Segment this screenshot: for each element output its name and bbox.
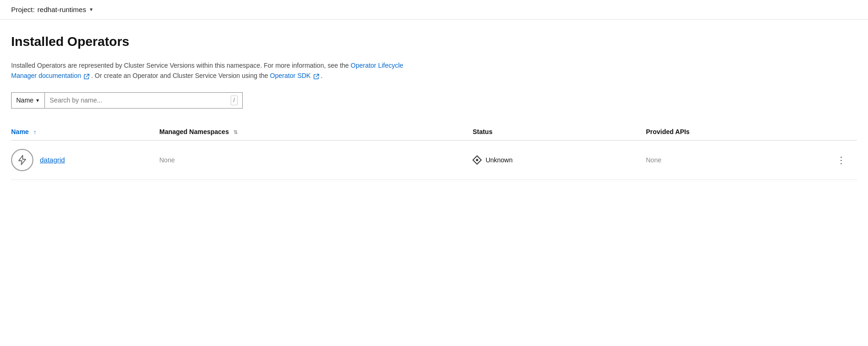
chevron-down-icon: ▼ xyxy=(89,7,94,12)
search-input-wrapper: / xyxy=(45,93,242,108)
provided-apis-cell: None xyxy=(646,140,833,179)
sort-asc-icon: ↑ xyxy=(33,128,37,135)
name-filter-label: Name xyxy=(16,96,33,104)
table-body: datagrid None Unknown xyxy=(11,140,857,179)
project-selector[interactable]: Project: redhat-runtimes ▼ xyxy=(11,6,94,13)
name-filter-dropdown[interactable]: Name ▼ xyxy=(12,93,45,108)
search-input[interactable] xyxy=(50,96,230,104)
page-title: Installed Operators xyxy=(11,34,857,49)
col-header-name[interactable]: Name ↑ xyxy=(11,123,159,141)
name-cell: datagrid xyxy=(11,140,159,179)
svg-point-1 xyxy=(476,159,478,161)
status-cell: Unknown xyxy=(472,140,646,179)
col-header-actions xyxy=(833,123,857,141)
project-label: Project: xyxy=(11,6,35,13)
actions-cell[interactable]: ⋮ xyxy=(833,140,857,179)
col-header-managed-namespaces[interactable]: Managed Namespaces ⇅ xyxy=(159,123,472,141)
col-header-status: Status xyxy=(472,123,646,141)
description-text-2: . Or create an Operator and Cluster Serv… xyxy=(91,72,268,79)
operator-sdk-link[interactable]: Operator SDK xyxy=(270,72,321,79)
project-name: redhat-runtimes xyxy=(38,6,86,13)
status-text: Unknown xyxy=(485,156,512,164)
filter-chevron-icon: ▼ xyxy=(35,98,40,103)
operator-icon xyxy=(11,149,33,171)
search-bar: Name ▼ / xyxy=(11,92,243,109)
managed-namespaces-cell: None xyxy=(159,140,472,179)
kebab-menu-button[interactable]: ⋮ xyxy=(833,153,849,167)
description-text-3: . xyxy=(321,72,322,79)
operators-table: Name ↑ Managed Namespaces ⇅ Status Provi… xyxy=(11,123,857,180)
description-text-1: Installed Operators are represented by C… xyxy=(11,62,349,69)
slash-shortcut-badge: / xyxy=(231,96,238,105)
lightning-bolt-icon xyxy=(17,154,28,166)
operator-name-link[interactable]: datagrid xyxy=(40,156,65,164)
table-row: datagrid None Unknown xyxy=(11,140,857,179)
external-link-icon-2 xyxy=(314,74,319,79)
description: Installed Operators are represented by C… xyxy=(11,60,428,81)
col-header-provided-apis: Provided APIs xyxy=(646,123,833,141)
external-link-icon-1 xyxy=(84,74,89,79)
row-name-wrapper: datagrid xyxy=(11,149,152,171)
top-bar: Project: redhat-runtimes ▼ xyxy=(0,0,868,19)
sort-neutral-icon: ⇅ xyxy=(233,129,238,135)
unknown-status-icon xyxy=(472,155,482,165)
main-content: Installed Operators Installed Operators … xyxy=(0,19,868,191)
table-header: Name ↑ Managed Namespaces ⇅ Status Provi… xyxy=(11,123,857,141)
status-wrapper: Unknown xyxy=(472,155,638,165)
